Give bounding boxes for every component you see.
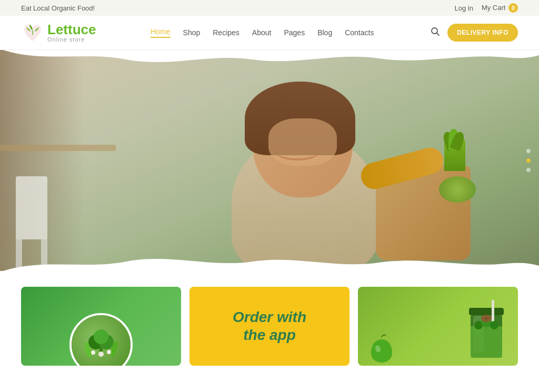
header: Lettuce Online store Home Shop Recipes A… — [0, 16, 539, 50]
search-button[interactable] — [428, 25, 442, 41]
card-order-app[interactable]: Order with the app — [189, 287, 350, 366]
svg-rect-14 — [469, 308, 504, 315]
svg-point-11 — [107, 350, 111, 354]
order-title-line1: Order with — [233, 308, 306, 326]
chair-element — [16, 176, 47, 239]
logo-sub: Online store — [47, 36, 96, 43]
hero-wave-top — [0, 50, 539, 65]
nav-pages[interactable]: Pages — [284, 28, 305, 37]
grocery-bag — [371, 145, 476, 260]
bottom-section: Order with the app — [0, 287, 539, 376]
veggie-icon — [80, 324, 122, 366]
top-bar: Eat Local Organic Food! Log in My Cart 0 — [0, 0, 539, 16]
cards-row: Order with the app — [21, 287, 518, 366]
top-bar-right: Log in My Cart 0 — [454, 3, 518, 13]
svg-line-2 — [437, 33, 440, 36]
main-nav: Home Shop Recipes About Pages Blog Conta… — [151, 27, 374, 38]
pineapple — [439, 139, 471, 182]
slider-dot-3[interactable] — [526, 168, 531, 172]
cart-count: 0 — [508, 3, 518, 13]
slider-dot-2[interactable] — [526, 158, 531, 163]
cart-link[interactable]: My Cart 0 — [482, 3, 518, 13]
vegetable-circle — [69, 313, 133, 366]
logo[interactable]: Lettuce Online store — [21, 21, 96, 44]
card-vegetables[interactable] — [21, 287, 181, 366]
nav-contacts[interactable]: Contacts — [345, 28, 374, 37]
nav-recipes[interactable]: Recipes — [213, 28, 239, 37]
logo-name: Lettuce — [47, 23, 96, 36]
slider-dot-1[interactable] — [526, 149, 531, 153]
svg-point-10 — [98, 351, 104, 357]
order-app-text: Order with the app — [233, 308, 306, 344]
hero-section — [0, 50, 539, 271]
svg-point-19 — [490, 321, 498, 329]
delivery-btn[interactable]: DELIVERY INFO — [447, 24, 518, 42]
logo-icon — [21, 21, 44, 44]
nav-about[interactable]: About — [252, 28, 272, 37]
smoothie-icon — [463, 295, 510, 363]
nav-blog[interactable]: Blog — [317, 28, 332, 37]
svg-rect-15 — [471, 326, 502, 358]
svg-point-9 — [91, 350, 95, 355]
hero-wave-bottom — [0, 256, 539, 271]
nav-actions: DELIVERY INFO — [428, 24, 518, 42]
slider-dots — [526, 149, 531, 172]
apple-icon — [368, 334, 395, 363]
svg-point-5 — [94, 329, 108, 344]
logo-text: Lettuce Online store — [47, 23, 96, 43]
tagline: Eat Local Organic Food! — [21, 4, 95, 12]
login-link[interactable]: Log in — [454, 4, 473, 12]
nav-shop[interactable]: Shop — [183, 28, 201, 37]
nav-home[interactable]: Home — [151, 27, 170, 38]
order-title-line2: the app — [233, 326, 306, 344]
search-icon — [431, 27, 440, 36]
card-smoothie[interactable] — [358, 287, 518, 366]
